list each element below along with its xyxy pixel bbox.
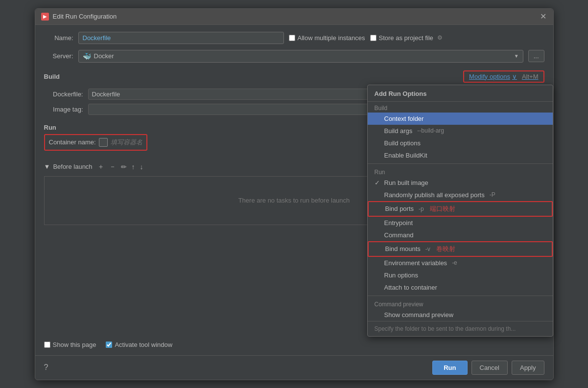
bind-ports-tag: 端口映射	[430, 205, 455, 213]
container-placeholder: 填写容器名	[111, 138, 142, 147]
store-as-project-checkbox[interactable]	[370, 35, 376, 41]
app-icon: ▶	[41, 13, 49, 21]
dropdown-footer: Specify the folder to be sent to the dae…	[368, 321, 553, 336]
help-button[interactable]: ?	[44, 363, 48, 372]
show-page-checkbox[interactable]	[44, 342, 50, 348]
server-dots-button[interactable]: ...	[528, 50, 544, 62]
bottom-checkboxes: Show this page Activate tool window	[44, 341, 544, 348]
cancel-button[interactable]: Cancel	[471, 361, 508, 375]
before-launch-title: Before launch	[53, 163, 92, 170]
randomly-publish-shortcut: -P	[490, 191, 495, 198]
item-label: Show command preview	[384, 311, 454, 319]
footer-left: ?	[44, 363, 48, 372]
image-tag-label: Image tag:	[44, 106, 83, 113]
server-combo[interactable]: 🐳 Docker ▼	[78, 50, 523, 63]
dropdown-item-bind-ports[interactable]: Bind ports -p 端口映射	[368, 201, 553, 217]
dropdown-divider-1	[368, 163, 553, 164]
docker-icon: 🐳	[83, 52, 91, 60]
footer-right: Run Cancel Apply	[432, 361, 544, 375]
move-up-button[interactable]: ↑	[130, 161, 137, 172]
remove-task-button[interactable]: －	[107, 161, 118, 172]
dropdown-item-enable-buildkit[interactable]: Enable BuildKit	[368, 149, 553, 161]
item-label: Bind mounts	[385, 245, 421, 252]
name-input[interactable]	[78, 32, 284, 44]
dropdown-run-label: Run	[368, 166, 553, 177]
show-page-label[interactable]: Show this page	[44, 341, 96, 348]
toolbar-btns: ＋ － ✏ ↑ ↓	[95, 161, 145, 172]
build-section-header: Build Modify options ∨ Alt+M	[44, 70, 544, 83]
item-label: Environment variables	[384, 259, 447, 267]
dropdown-item-run-built-image[interactable]: ✓ Run built image	[368, 177, 553, 189]
bind-mounts-shortcut: -v	[425, 246, 430, 252]
build-args-shortcut: --build-arg	[417, 127, 444, 134]
dropdown-item-randomly-publish[interactable]: Randomly publish all exposed ports -P	[368, 189, 553, 201]
bind-mounts-tag: 卷映射	[436, 245, 455, 253]
close-button[interactable]: ✕	[540, 13, 547, 21]
name-label: Name:	[44, 34, 73, 42]
dropdown-build-label: Build	[368, 102, 553, 113]
item-label: Attach to container	[384, 284, 437, 291]
item-label: Command	[384, 231, 414, 239]
dropdown-header: Add Run Options	[368, 85, 553, 102]
dropdown-preview-label: Command preview	[368, 298, 553, 309]
dropdown-item-attach-container[interactable]: Attach to container	[368, 281, 553, 294]
dropdown-item-build-args[interactable]: Build args --build-arg	[368, 125, 553, 137]
apply-button[interactable]: Apply	[512, 361, 544, 375]
allow-multiple-checkbox[interactable]	[289, 35, 295, 41]
item-label: Entrypoint	[384, 219, 413, 227]
store-settings-icon: ⚙	[437, 34, 443, 41]
modify-options-button[interactable]: Modify options ∨ Alt+M	[463, 70, 544, 83]
add-run-options-dropdown: Add Run Options Build Context folder Bui…	[367, 85, 553, 337]
add-task-button[interactable]: ＋	[95, 161, 106, 172]
item-label: Build args	[384, 127, 413, 135]
dropdown-item-show-command-preview[interactable]: Show command preview	[368, 309, 553, 321]
dropdown-item-entrypoint[interactable]: Entrypoint	[368, 217, 553, 229]
title-bar-left: ▶ Edit Run Configuration	[41, 13, 117, 21]
item-label: Run options	[384, 272, 418, 279]
dropdown-item-context-folder[interactable]: Context folder	[368, 113, 553, 125]
dropdown-divider-2	[368, 296, 553, 296]
store-as-project-label[interactable]: Store as project file ⚙	[370, 34, 443, 42]
item-label: Randomly publish all exposed ports	[384, 191, 485, 199]
dropdown-item-command[interactable]: Command	[368, 229, 553, 241]
server-value: Docker	[94, 52, 114, 60]
container-name-row: Container name: 填写容器名	[44, 134, 147, 151]
dropdown-item-bind-mounts[interactable]: Bind mounts -v 卷映射	[368, 241, 553, 257]
modify-shortcut: Alt+M	[522, 73, 539, 80]
server-row: Server: 🐳 Docker ▼ ...	[44, 50, 544, 63]
dockerfile-label: Dockerfile:	[44, 91, 83, 98]
footer: ? Run Cancel Apply	[35, 355, 553, 380]
server-label: Server:	[44, 52, 73, 60]
edit-run-config-dialog: ▶ Edit Run Configuration ✕ Name: Allow m…	[35, 8, 554, 380]
before-launch-toggle[interactable]: ▼	[44, 163, 50, 170]
item-label: Bind ports	[385, 205, 414, 212]
bind-ports-shortcut: -p	[419, 205, 424, 212]
dropdown-item-env-vars[interactable]: Environment variables -e	[368, 257, 553, 269]
run-button[interactable]: Run	[432, 361, 467, 375]
item-label: Enable BuildKit	[384, 152, 427, 159]
item-label: Context folder	[384, 115, 424, 122]
item-label: Run built image	[384, 179, 428, 186]
edit-task-button[interactable]: ✏	[119, 161, 129, 172]
server-select-inner: 🐳 Docker	[83, 52, 114, 60]
dropdown-item-build-options[interactable]: Build options	[368, 137, 553, 149]
check-icon: ✓	[375, 179, 381, 186]
build-title: Build	[44, 73, 60, 80]
activate-tool-label[interactable]: Activate tool window	[106, 341, 172, 348]
activate-tool-checkbox[interactable]	[106, 342, 112, 348]
name-row: Name: Allow multiple instances Store as …	[44, 32, 544, 44]
container-icon	[99, 138, 108, 147]
env-vars-shortcut: -e	[452, 259, 457, 266]
allow-multiple-label[interactable]: Allow multiple instances	[289, 34, 365, 42]
item-label: Build options	[384, 139, 421, 147]
chevron-down-small-icon: ∨	[512, 73, 517, 80]
container-name-label: Container name:	[49, 138, 96, 146]
chevron-down-icon: ▼	[514, 53, 519, 59]
no-tasks-text: There are no tasks to run before launch	[238, 197, 350, 204]
dialog-title: Edit Run Configuration	[53, 13, 117, 20]
title-bar: ▶ Edit Run Configuration ✕	[35, 9, 553, 25]
move-down-button[interactable]: ↓	[138, 161, 145, 172]
modify-options-label: Modify options	[469, 73, 510, 80]
dropdown-item-run-options[interactable]: Run options	[368, 269, 553, 281]
